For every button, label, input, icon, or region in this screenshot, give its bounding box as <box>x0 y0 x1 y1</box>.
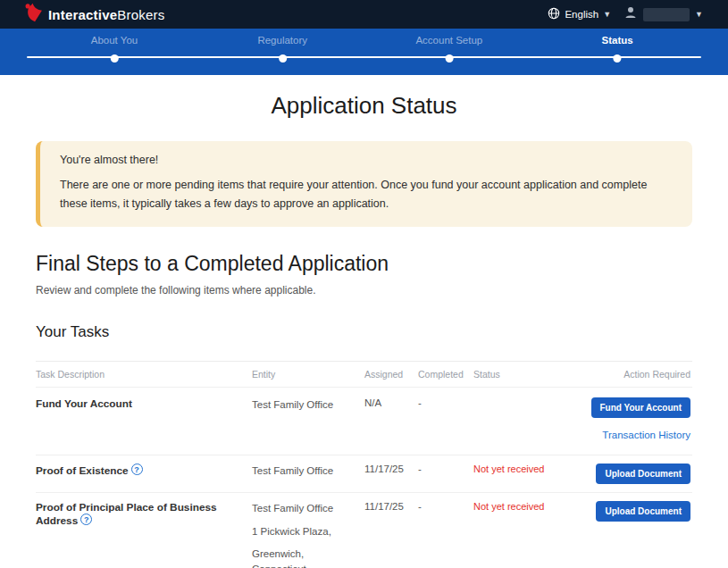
transaction-history-link[interactable]: Transaction History <box>602 430 690 440</box>
help-icon[interactable]: ? <box>131 464 143 475</box>
task-assigned: 11/17/25 <box>364 493 418 568</box>
brand-bold: Interactive <box>48 7 117 22</box>
address-line: Greenwich, Connecticut, <box>252 547 357 568</box>
task-name: Proof of Principal Place of Business Add… <box>36 501 217 527</box>
upload-document-button[interactable]: Upload Document <box>596 464 690 484</box>
col-task-description: Task Description <box>36 362 252 387</box>
task-entity: Test Family Office <box>252 455 364 492</box>
alert-title: You're almost there! <box>60 154 673 166</box>
interactive-brokers-logo-icon <box>25 3 43 26</box>
task-status: Not yet received <box>473 455 581 492</box>
step-label: About You <box>91 35 138 46</box>
fund-your-account-button[interactable]: Fund Your Account <box>591 397 690 418</box>
your-tasks-heading: Your Tasks <box>36 323 692 341</box>
step-about-you[interactable]: About You <box>91 35 138 63</box>
address-line: 1 Pickwick Plaza, <box>252 524 357 539</box>
top-header: InteractiveBrokers English ▼ ▼ <box>0 0 728 29</box>
username-redacted <box>643 8 690 21</box>
task-completed: - <box>418 493 473 568</box>
col-action-required: Action Required <box>581 362 692 387</box>
task-status: Not yet received <box>473 493 581 568</box>
task-assigned: 11/17/25 <box>364 455 418 492</box>
step-account-setup[interactable]: Account Setup <box>415 35 482 63</box>
step-label: Status <box>602 35 633 46</box>
table-row-proof-business-address: Proof of Principal Place of Business Add… <box>36 493 692 568</box>
help-icon[interactable]: ? <box>80 514 92 525</box>
section-heading: Final Steps to a Completed Application <box>36 252 692 276</box>
col-completed: Completed <box>418 362 473 387</box>
language-selector[interactable]: English ▼ <box>548 7 611 21</box>
brand-name: InteractiveBrokers <box>48 7 164 22</box>
task-completed: - <box>418 455 473 492</box>
task-completed: - <box>418 388 473 455</box>
step-dot <box>110 54 118 63</box>
progress-nav: About You Regulatory Account Setup Statu… <box>0 29 728 75</box>
alert-body: There are one or more pending items that… <box>60 176 673 213</box>
task-name: Fund Your Account <box>36 388 252 455</box>
step-dot <box>445 54 453 63</box>
user-menu[interactable]: ▼ <box>623 5 703 23</box>
task-assigned: N/A <box>364 388 418 455</box>
table-row-proof-existence: Proof of Existence? Test Family Office 1… <box>36 455 692 493</box>
tasks-table: Task Description Entity Assigned Complet… <box>36 361 692 568</box>
col-entity: Entity <box>252 362 364 387</box>
section-subheading: Review and complete the following items … <box>36 284 692 297</box>
user-icon <box>623 5 638 23</box>
pending-items-alert: You're almost there! There are one or mo… <box>36 141 692 227</box>
col-status: Status <box>473 362 581 387</box>
step-status[interactable]: Status <box>602 35 633 63</box>
upload-document-button[interactable]: Upload Document <box>596 501 690 522</box>
page-title: Application Status <box>0 92 728 120</box>
task-entity: Test Family Office <box>252 501 357 516</box>
step-regulatory[interactable]: Regulatory <box>257 35 307 63</box>
brand-logo[interactable]: InteractiveBrokers <box>25 3 164 26</box>
step-label: Account Setup <box>415 35 482 46</box>
table-row-fund-account: Fund Your Account Test Family Office N/A… <box>36 388 692 455</box>
step-dot <box>279 54 287 63</box>
task-name: Proof of Existence <box>36 464 129 477</box>
language-label: English <box>565 9 598 20</box>
col-assigned: Assigned <box>364 362 418 387</box>
caret-down-icon: ▼ <box>695 11 703 19</box>
table-header-row: Task Description Entity Assigned Complet… <box>36 362 692 388</box>
globe-icon <box>548 7 560 21</box>
brand-regular: Brokers <box>117 7 164 22</box>
task-status <box>473 388 581 455</box>
caret-down-icon: ▼ <box>603 11 611 19</box>
step-dot <box>614 54 622 63</box>
task-entity: Test Family Office <box>252 388 364 455</box>
step-label: Regulatory <box>257 35 307 46</box>
